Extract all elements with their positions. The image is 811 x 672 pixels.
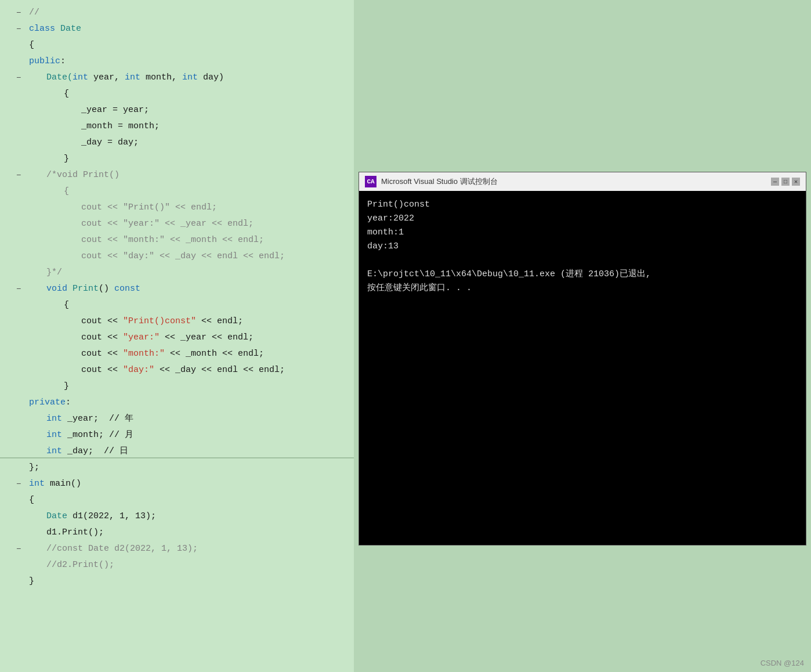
line-gutter: −: [0, 5, 29, 21]
token: Date: [60, 24, 81, 34]
token: int: [73, 73, 88, 82]
code-line: −//: [0, 5, 354, 21]
code-line: public:: [0, 53, 354, 70]
main-container: −//−class Date{public:−Date(int year, in…: [0, 0, 811, 672]
token: {: [64, 300, 69, 310]
token: cout <<: [81, 251, 123, 261]
code-line: {: [0, 37, 354, 53]
token: void: [46, 284, 73, 294]
token: //const Date d2(2022, 1, 13);: [46, 544, 198, 554]
line-gutter: −: [0, 541, 29, 557]
token: cout <<: [81, 316, 123, 326]
token: Date: [46, 511, 67, 521]
fold-icon[interactable]: −: [16, 541, 26, 557]
code-line: −int main(): [0, 476, 354, 492]
close-button[interactable]: ✕: [792, 178, 800, 186]
code-line: {: [0, 297, 354, 313]
token: cout <<: [81, 219, 123, 229]
code-line: _year = year;: [0, 102, 354, 118]
token: "day:": [123, 251, 154, 261]
line-content: cout << "day:" << _day << endl << endl;: [29, 362, 354, 378]
token: const: [114, 284, 140, 294]
code-line: cout << "year:" << _year << endl;: [0, 216, 354, 232]
token: }: [64, 154, 69, 164]
token: "Print()const": [123, 316, 196, 326]
line-content: cout << "Print()" << endl;: [29, 200, 354, 216]
token: int: [125, 73, 140, 82]
line-content: _month = month;: [29, 118, 354, 135]
token: {: [29, 495, 34, 505]
minimize-button[interactable]: —: [771, 178, 779, 186]
token: :: [66, 398, 71, 407]
token: };: [29, 463, 39, 472]
console-window-buttons: — □ ✕: [771, 178, 800, 186]
console-line: [367, 254, 798, 268]
token: "month:": [123, 349, 165, 359]
token: d1.Print();: [46, 528, 104, 537]
fold-icon[interactable]: −: [16, 70, 26, 86]
code-line: }: [0, 378, 354, 395]
code-line: int _month; // 月: [0, 427, 354, 443]
line-content: {: [29, 37, 354, 53]
line-content: cout << "month:" << _month << endl;: [29, 232, 354, 248]
code-line: Date d1(2022, 1, 13);: [0, 508, 354, 525]
fold-icon[interactable]: −: [16, 21, 26, 37]
token: _year = year;: [81, 105, 149, 115]
code-line: }*/: [0, 265, 354, 281]
line-content: int _month; // 月: [29, 427, 354, 443]
token: int: [46, 446, 62, 456]
console-titlebar: CA Microsoft Visual Studio 调试控制台 — □ ✕: [359, 172, 806, 191]
code-line: cout << "day:" << _day << endl << endl;: [0, 248, 354, 265]
line-gutter: −: [0, 167, 29, 183]
console-line: day:13: [367, 240, 798, 254]
token: _year; // 年: [62, 414, 133, 424]
line-content: }: [29, 151, 354, 167]
line-content: }*/: [29, 265, 354, 281]
code-line: {: [0, 86, 354, 102]
console-window[interactable]: CA Microsoft Visual Studio 调试控制台 — □ ✕ P…: [359, 172, 806, 545]
line-content: void Print() const: [29, 281, 354, 297]
line-content: {: [29, 297, 354, 313]
line-content: d1.Print();: [29, 525, 354, 541]
line-content: Date(int year, int month, int day): [29, 70, 354, 86]
line-content: public:: [29, 53, 354, 70]
token: int: [29, 479, 45, 489]
fold-icon[interactable]: −: [16, 281, 26, 297]
token: cout <<: [81, 333, 123, 342]
line-content: cout << "year:" << _year << endl;: [29, 330, 354, 346]
maximize-button[interactable]: □: [781, 178, 790, 186]
code-line: cout << "Print()" << endl;: [0, 200, 354, 216]
token: {: [64, 89, 69, 99]
code-line: {: [0, 183, 354, 200]
code-line: };: [0, 460, 354, 476]
line-content: }: [29, 573, 354, 590]
token: _month = month;: [81, 121, 160, 131]
token: << _year << endl;: [160, 333, 254, 342]
code-line: cout << "month:" << _month << endl;: [0, 346, 354, 362]
console-body: Print()constyear:2022month:1day:13 E:\pr…: [359, 191, 806, 302]
watermark: CSDN @124: [761, 659, 804, 667]
console-title: Microsoft Visual Studio 调试控制台: [381, 176, 766, 187]
token: << endl;: [170, 203, 217, 212]
token: << _day << endl << endl;: [154, 365, 285, 375]
line-content: _day = day;: [29, 135, 354, 151]
token: d1(2022, 1, 13);: [67, 511, 156, 521]
code-line: −void Print() const: [0, 281, 354, 297]
code-line: cout << "year:" << _year << endl;: [0, 330, 354, 346]
token: main(): [45, 479, 81, 489]
code-line: d1.Print();: [0, 525, 354, 541]
code-line: //d2.Print();: [0, 557, 354, 573]
token: "year:": [123, 219, 160, 229]
fold-icon[interactable]: −: [16, 476, 26, 492]
token: << _year << endl;: [160, 219, 254, 229]
code-line: private:: [0, 395, 354, 411]
console-line: month:1: [367, 226, 798, 240]
fold-icon[interactable]: −: [16, 167, 26, 183]
fold-icon[interactable]: −: [16, 5, 26, 21]
code-line: cout << "Print()const" << endl;: [0, 313, 354, 330]
token: << _month << endl;: [165, 235, 264, 245]
line-content: cout << "year:" << _year << endl;: [29, 216, 354, 232]
code-line: −Date(int year, int month, int day): [0, 70, 354, 86]
code-line: }: [0, 151, 354, 167]
token: {: [64, 186, 69, 196]
